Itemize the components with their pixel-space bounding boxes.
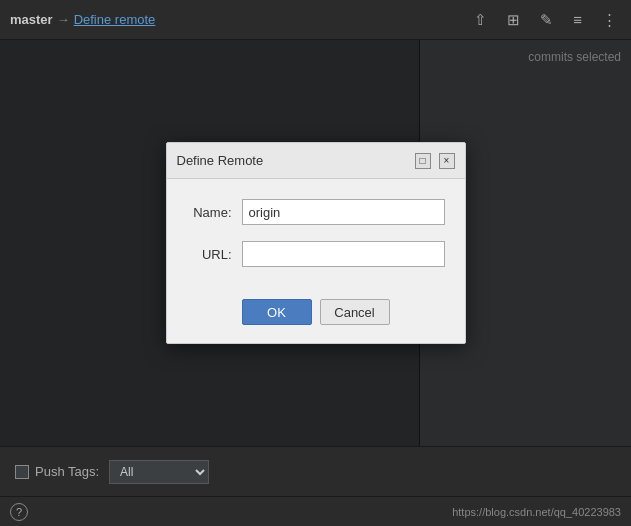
push-icon[interactable]: ⇧ — [470, 9, 491, 31]
dialog-maximize-button[interactable]: □ — [415, 153, 431, 169]
name-row: Name: — [187, 199, 445, 225]
push-tags-label: Push Tags: — [35, 464, 99, 479]
dialog-overlay: Define Remote □ × Name: URL: OK — [0, 40, 631, 446]
name-label: Name: — [187, 205, 232, 220]
name-input[interactable] — [242, 199, 445, 225]
branch-label: master — [10, 12, 53, 27]
dialog-close-button[interactable]: × — [439, 153, 455, 169]
push-tags-checkbox[interactable] — [15, 465, 29, 479]
ok-button[interactable]: OK — [242, 299, 312, 325]
dialog-body: Name: URL: — [167, 179, 465, 299]
breadcrumb: master → Define remote — [10, 12, 155, 27]
bottom-bar: Push Tags: All None Tagged — [0, 446, 631, 496]
status-bar: ? https://blog.csdn.net/qq_40223983 — [0, 496, 631, 526]
push-tags-dropdown[interactable]: All None Tagged — [109, 460, 209, 484]
help-icon[interactable]: ? — [10, 503, 28, 521]
arrow-separator: → — [57, 12, 70, 27]
dialog-title: Define Remote — [177, 153, 264, 168]
define-remote-dialog: Define Remote □ × Name: URL: OK — [166, 142, 466, 344]
push-tags-checkbox-area: Push Tags: — [15, 464, 99, 479]
rebase-icon[interactable]: ≡ — [569, 9, 586, 30]
edit-icon[interactable]: ✎ — [536, 9, 557, 31]
branches-icon[interactable]: ⊞ — [503, 9, 524, 31]
dialog-titlebar: Define Remote □ × — [167, 143, 465, 179]
dialog-titlebar-buttons: □ × — [415, 153, 455, 169]
main-area: commits selected Define Remote □ × Name:… — [0, 40, 631, 446]
toolbar: ⇧ ⊞ ✎ ≡ ⋮ — [470, 9, 621, 31]
define-remote-link[interactable]: Define remote — [74, 12, 156, 27]
top-bar: master → Define remote ⇧ ⊞ ✎ ≡ ⋮ — [0, 0, 631, 40]
cancel-button[interactable]: Cancel — [320, 299, 390, 325]
settings-icon[interactable]: ⋮ — [598, 9, 621, 31]
url-text: https://blog.csdn.net/qq_40223983 — [452, 506, 621, 518]
dialog-footer: OK Cancel — [167, 299, 465, 343]
url-label: URL: — [187, 247, 232, 262]
url-input[interactable] — [242, 241, 445, 267]
url-row: URL: — [187, 241, 445, 267]
